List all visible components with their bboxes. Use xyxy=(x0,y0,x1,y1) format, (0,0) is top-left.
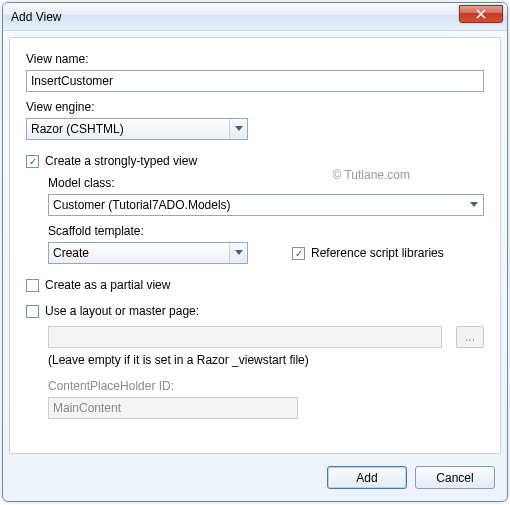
cancel-button[interactable]: Cancel xyxy=(415,466,495,489)
partial-view-checkbox[interactable]: Create as a partial view xyxy=(26,278,484,292)
scaffold-label: Scaffold template: xyxy=(48,224,484,238)
browse-layout-button: ... xyxy=(456,326,484,348)
window-title: Add View xyxy=(11,10,459,24)
view-name-label: View name: xyxy=(26,52,484,66)
add-view-dialog: Add View © Tutlane.com View name: View e… xyxy=(2,2,508,502)
partial-view-label: Create as a partial view xyxy=(45,278,170,292)
close-icon xyxy=(476,9,486,19)
chevron-down-icon xyxy=(229,243,247,263)
model-class-label: Model class: xyxy=(48,176,484,190)
cph-label: ContentPlaceHolder ID: xyxy=(48,379,484,393)
chevron-down-icon xyxy=(465,195,483,215)
dialog-footer: Add Cancel xyxy=(3,460,507,501)
model-class-combo[interactable]: Customer (Tutorial7ADO.Models) xyxy=(48,194,484,216)
checkbox-icon: ✓ xyxy=(292,247,305,260)
add-button[interactable]: Add xyxy=(327,466,407,489)
layout-path-input xyxy=(48,326,442,348)
view-engine-label: View engine: xyxy=(26,100,484,114)
checkbox-icon: ✓ xyxy=(26,155,39,168)
scaffold-value: Create xyxy=(53,246,225,260)
reference-script-label: Reference script libraries xyxy=(311,246,444,260)
ellipsis-icon: ... xyxy=(465,330,475,344)
close-button[interactable] xyxy=(459,5,503,23)
strongly-typed-label: Create a strongly-typed view xyxy=(45,154,197,168)
use-layout-label: Use a layout or master page: xyxy=(45,304,199,318)
reference-script-checkbox[interactable]: ✓ Reference script libraries xyxy=(292,246,444,260)
titlebar: Add View xyxy=(3,3,507,31)
view-engine-combo[interactable]: Razor (CSHTML) xyxy=(26,118,248,140)
scaffold-combo[interactable]: Create xyxy=(48,242,248,264)
layout-hint: (Leave empty if it is set in a Razor _vi… xyxy=(48,353,484,367)
view-engine-value: Razor (CSHTML) xyxy=(31,122,225,136)
model-class-value: Customer (Tutorial7ADO.Models) xyxy=(53,198,461,212)
strongly-typed-checkbox[interactable]: ✓ Create a strongly-typed view xyxy=(26,154,484,168)
use-layout-checkbox[interactable]: Use a layout or master page: xyxy=(26,304,484,318)
view-name-input[interactable] xyxy=(26,70,484,92)
watermark: © Tutlane.com xyxy=(332,168,410,182)
cph-input xyxy=(48,397,298,419)
checkbox-icon xyxy=(26,279,39,292)
dialog-body: © Tutlane.com View name: View engine: Ra… xyxy=(9,37,501,454)
checkbox-icon xyxy=(26,305,39,318)
chevron-down-icon xyxy=(229,119,247,139)
